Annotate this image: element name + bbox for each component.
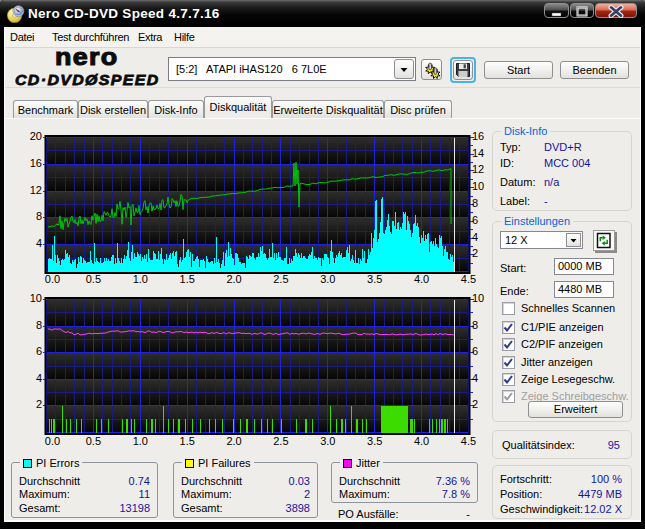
svg-text:0.0: 0.0	[45, 435, 60, 447]
svg-text:1.5: 1.5	[180, 435, 195, 447]
svg-text:2.5: 2.5	[273, 273, 288, 285]
svg-text:1.0: 1.0	[133, 435, 148, 447]
svg-text:6: 6	[36, 345, 42, 357]
svg-text:12: 12	[30, 184, 42, 196]
svg-text:10: 10	[30, 292, 42, 304]
svg-text:8: 8	[36, 210, 42, 222]
svg-text:8: 8	[472, 319, 478, 331]
svg-text:2.0: 2.0	[226, 435, 241, 447]
svg-text:6: 6	[472, 214, 478, 226]
svg-text:4.0: 4.0	[414, 435, 429, 447]
svg-text:6: 6	[472, 345, 478, 357]
svg-text:2.0: 2.0	[226, 273, 241, 285]
svg-text:8: 8	[472, 197, 478, 209]
svg-text:10: 10	[472, 292, 484, 304]
svg-text:4: 4	[36, 372, 42, 384]
svg-text:0.0: 0.0	[45, 273, 60, 285]
svg-text:4.5: 4.5	[461, 435, 476, 447]
svg-text:1.5: 1.5	[180, 273, 195, 285]
svg-text:3.5: 3.5	[367, 273, 382, 285]
svg-text:10: 10	[472, 180, 484, 192]
svg-text:16: 16	[472, 130, 484, 142]
svg-text:1.0: 1.0	[133, 273, 148, 285]
svg-text:4: 4	[472, 372, 478, 384]
svg-text:3.0: 3.0	[320, 435, 335, 447]
svg-text:0.5: 0.5	[86, 435, 101, 447]
svg-text:4.0: 4.0	[414, 273, 429, 285]
svg-text:0.5: 0.5	[86, 273, 101, 285]
svg-text:2: 2	[36, 398, 42, 410]
svg-text:4: 4	[472, 231, 478, 243]
svg-text:3.5: 3.5	[367, 435, 382, 447]
svg-text:2: 2	[472, 398, 478, 410]
svg-text:12: 12	[472, 163, 484, 175]
svg-text:2: 2	[472, 247, 478, 259]
svg-text:2.5: 2.5	[273, 435, 288, 447]
svg-text:8: 8	[36, 319, 42, 331]
svg-text:16: 16	[30, 157, 42, 169]
svg-text:4: 4	[36, 237, 42, 249]
svg-text:3.0: 3.0	[320, 273, 335, 285]
svg-text:14: 14	[472, 147, 484, 159]
svg-text:20: 20	[30, 130, 42, 142]
svg-text:4.5: 4.5	[461, 273, 476, 285]
